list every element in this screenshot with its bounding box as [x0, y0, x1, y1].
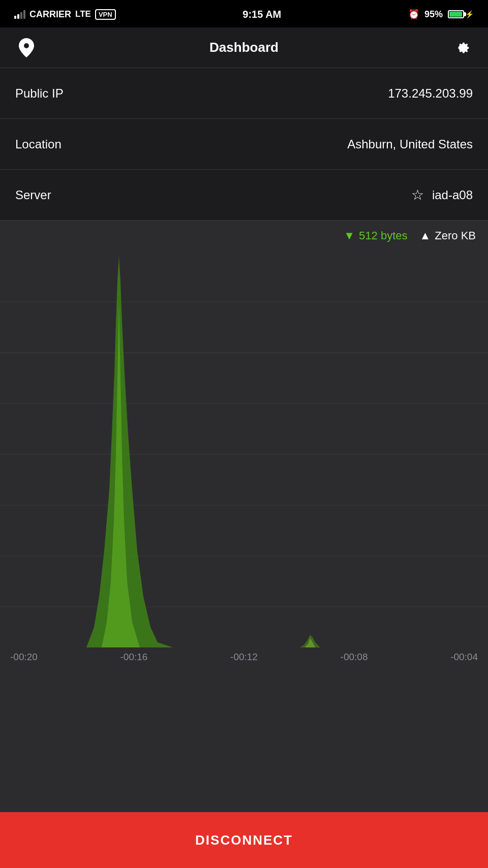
upload-arrow-icon: ▲: [420, 229, 431, 242]
signal-bars-icon: [14, 10, 25, 19]
alarm-icon: ⏰: [408, 9, 419, 20]
server-label: Server: [15, 188, 51, 202]
battery-fill: [449, 12, 462, 17]
battery-percent: 95%: [424, 9, 443, 20]
public-ip-row: Public IP 173.245.203.99: [0, 68, 488, 119]
upload-value: Zero KB: [435, 229, 476, 242]
header: Dashboard: [0, 27, 488, 68]
info-section: Public IP 173.245.203.99 Location Ashbur…: [0, 68, 488, 221]
battery-indicator: ⚡: [448, 10, 474, 18]
gear-icon[interactable]: [450, 37, 473, 59]
carrier-label: CARRIER: [29, 9, 71, 20]
battery-icon: [448, 10, 464, 18]
favorite-star-icon[interactable]: ☆: [411, 187, 424, 203]
status-left: CARRIER LTE VPN: [14, 9, 116, 20]
download-value: 512 bytes: [359, 229, 407, 242]
status-right: ⏰ 95% ⚡: [408, 9, 474, 20]
x-axis-labels: -00:20 -00:16 -00:12 -00:08 -00:04: [0, 647, 488, 663]
server-value-container: ☆ iad-a08: [411, 187, 473, 203]
disconnect-label: DISCONNECT: [195, 832, 293, 848]
download-arrow-icon: ▼: [344, 229, 355, 242]
disconnect-button[interactable]: DISCONNECT: [0, 812, 488, 868]
network-type-label: LTE: [75, 9, 91, 19]
page-title: Dashboard: [38, 40, 450, 55]
location-pin-icon[interactable]: [15, 37, 38, 59]
x-label-2: -00:12: [230, 652, 258, 663]
public-ip-label: Public IP: [15, 86, 64, 101]
status-bar: CARRIER LTE VPN 9:15 AM ⏰ 95% ⚡: [0, 0, 488, 27]
x-label-0: -00:20: [10, 652, 38, 663]
chart-section: ▼ 512 bytes ▲ Zero KB: [0, 221, 488, 812]
charging-bolt-icon: ⚡: [465, 10, 474, 18]
location-label: Location: [15, 137, 62, 151]
location-row: Location Ashburn, United States: [0, 119, 488, 170]
server-name-value: iad-a08: [432, 188, 473, 202]
vpn-badge: VPN: [95, 9, 116, 20]
public-ip-value: 173.245.203.99: [388, 86, 473, 101]
download-indicator: ▼ 512 bytes: [344, 229, 407, 242]
bandwidth-chart: [0, 251, 488, 647]
location-value: Ashburn, United States: [347, 137, 473, 151]
chart-header: ▼ 512 bytes ▲ Zero KB: [0, 221, 488, 251]
x-label-3: -00:08: [341, 652, 368, 663]
server-row: Server ☆ iad-a08: [0, 170, 488, 221]
x-label-1: -00:16: [120, 652, 148, 663]
upload-indicator: ▲ Zero KB: [420, 229, 476, 242]
x-label-4: -00:04: [450, 652, 478, 663]
status-time: 9:15 AM: [242, 9, 281, 20]
